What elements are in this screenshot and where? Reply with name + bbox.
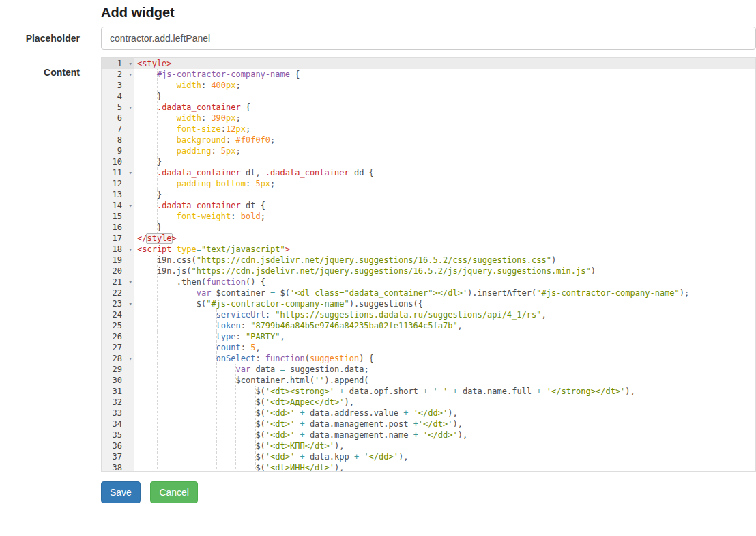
code-line-text: $('<dd>' + data.address.value + '</dd>')… (134, 408, 755, 419)
code-line[interactable]: 38 $('<dt>ИНН</dt>'), (102, 462, 755, 472)
code-line-text: background: #f0f0f0; (134, 135, 755, 145)
indent-guide (216, 440, 217, 451)
indent-guide (157, 200, 158, 211)
code-line[interactable]: 24 serviceUrl: "https://suggestions.dada… (102, 309, 755, 320)
code-line[interactable]: 10 } (102, 156, 755, 167)
fold-icon[interactable]: ▾ (129, 353, 132, 364)
indent-guide (157, 91, 158, 102)
indent-guide (197, 309, 197, 320)
code-line[interactable]: 32 $('<dt>Адрес</dt>'), (102, 397, 755, 408)
code-line-text: $('<dt>' + data.management.post +'</dt>'… (134, 419, 755, 429)
indent-guide (177, 80, 177, 91)
fold-icon[interactable]: ▾ (129, 69, 132, 80)
line-number: 31 (102, 386, 134, 397)
indent-guide (255, 440, 256, 451)
fold-icon[interactable]: ▾ (129, 200, 132, 211)
placeholder-label: Placeholder (10, 27, 91, 50)
code-line[interactable]: 35 $('<dd>' + data.management.name + '</… (102, 429, 755, 440)
code-line[interactable]: 34 $('<dt>' + data.management.post +'</d… (102, 419, 755, 429)
indent-guide (216, 331, 217, 342)
code-line-text: var data = suggestion.data; (134, 364, 755, 375)
code-line[interactable]: 4 } (102, 91, 755, 102)
code-line[interactable]: 28▾ onSelect: function(suggestion) { (102, 353, 755, 364)
indent-guide (157, 80, 158, 91)
code-line-text: serviceUrl: "https://suggestions.dadata.… (134, 309, 755, 320)
code-line[interactable]: 8 background: #f0f0f0; (102, 135, 755, 145)
line-number: 9 (102, 145, 134, 156)
code-line[interactable]: 36 $('<dt>КПП</dt>'), (102, 440, 755, 451)
line-number: 23▾ (102, 298, 134, 309)
code-line[interactable]: 33 $('<dd>' + data.address.value + '</dd… (102, 408, 755, 419)
code-line[interactable]: 6 width: 390px; (102, 113, 755, 124)
code-line[interactable]: 37 $('<dd>' + data.kpp + '</dd>'), (102, 451, 755, 462)
code-line[interactable]: 31 $('<dt><strong>' + data.opf.short + '… (102, 386, 755, 397)
code-line-text: <style> (134, 58, 755, 69)
indent-guide (235, 364, 236, 375)
code-line-text: <script type="text/javascript"> (134, 244, 755, 255)
code-line[interactable]: 18▾<script type="text/javascript"> (102, 244, 755, 255)
save-button[interactable]: Save (101, 481, 141, 503)
code-line[interactable]: 9 padding: 5px; (102, 145, 755, 156)
code-line[interactable]: 14▾ .dadata_container dt { (102, 200, 755, 211)
fold-icon[interactable]: ▾ (129, 58, 132, 69)
placeholder-input[interactable] (101, 27, 756, 50)
code-line-text: .dadata_container { (134, 102, 755, 113)
indent-guide (157, 429, 158, 440)
code-line-text: token: "8799b46a84b5e9746a84235ba02fe113… (134, 320, 755, 331)
fold-icon[interactable]: ▾ (129, 298, 132, 309)
code-line[interactable]: 3 width: 400px; (102, 80, 755, 91)
code-line[interactable]: 13 } (102, 189, 755, 200)
buttons-row: Save Cancel (0, 481, 756, 503)
code-line[interactable]: 23▾ $("#js-contractor-company-name").sug… (102, 298, 755, 309)
fold-icon[interactable]: ▾ (129, 102, 132, 113)
code-editor[interactable]: 1▾<style>2▾ #js-contractor-company-name … (101, 57, 756, 472)
code-line[interactable]: 30 $container.html('').append( (102, 375, 755, 386)
code-line-text: count: 5, (134, 342, 755, 353)
code-line[interactable]: 16 } (102, 222, 755, 233)
code-line[interactable]: 20 i9n.js("https://cdn.jsdelivr.net/jque… (102, 266, 755, 277)
cancel-button[interactable]: Cancel (150, 481, 198, 503)
fold-icon[interactable]: ▾ (129, 277, 132, 287)
line-number: 13 (102, 189, 134, 200)
indent-guide (157, 386, 158, 397)
indent-guide (157, 397, 158, 408)
fold-icon[interactable]: ▾ (129, 167, 132, 178)
code-line[interactable]: 1▾<style> (102, 58, 755, 69)
code-line[interactable]: 26 type: "PARTY", (102, 331, 755, 342)
code-line[interactable]: 25 token: "8799b46a84b5e9746a84235ba02fe… (102, 320, 755, 331)
line-number: 16 (102, 222, 134, 233)
code-line[interactable]: 27 count: 5, (102, 342, 755, 353)
indent-guide (157, 124, 158, 135)
indent-guide (197, 375, 197, 386)
indent-guide (177, 342, 177, 353)
line-number: 1▾ (102, 58, 134, 69)
code-line[interactable]: 7 font-size:12px; (102, 124, 755, 135)
line-number: 11▾ (102, 167, 134, 178)
fold-icon[interactable]: ▾ (129, 244, 132, 255)
code-line-text: $container.html('').append( (134, 375, 755, 386)
indent-guide (157, 211, 158, 222)
line-number: 7 (102, 124, 134, 135)
code-line-text: width: 400px; (134, 80, 755, 91)
code-line[interactable]: 17</style> (102, 233, 755, 244)
indent-guide (157, 451, 158, 462)
code-line[interactable]: 15 font-weight: bold; (102, 211, 755, 222)
code-line-text: </style> (134, 233, 755, 244)
indent-guide (235, 440, 236, 451)
code-line[interactable]: 21▾ .then(function() { (102, 277, 755, 287)
code-line[interactable]: 22 var $container = $('<dl class="dadata… (102, 287, 755, 298)
indent-guide (197, 408, 197, 419)
code-line[interactable]: 29 var data = suggestion.data; (102, 364, 755, 375)
line-number: 4 (102, 91, 134, 102)
code-line[interactable]: 19 i9n.css("https://cdn.jsdelivr.net/jqu… (102, 255, 755, 266)
line-number: 34 (102, 419, 134, 429)
indent-guide (177, 331, 177, 342)
placeholder-row: Placeholder (0, 27, 756, 50)
code-line[interactable]: 11▾ .dadata_container dt, .dadata_contai… (102, 167, 755, 178)
code-line[interactable]: 5▾ .dadata_container { (102, 102, 755, 113)
indent-guide (197, 462, 197, 472)
code-line[interactable]: 2▾ #js-contractor-company-name { (102, 69, 755, 80)
indent-guide (177, 408, 177, 419)
code-line[interactable]: 12 padding-bottom: 5px; (102, 178, 755, 189)
indent-guide (177, 397, 177, 408)
